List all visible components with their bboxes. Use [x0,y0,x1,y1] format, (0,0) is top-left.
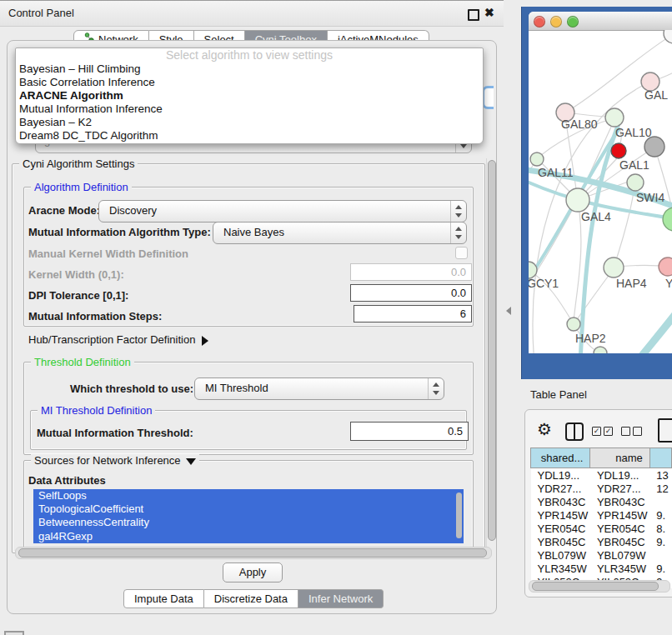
attribute-item-gal4rgexp[interactable]: gal4RGexp [33,530,464,543]
algorithm-option-bayesian-k2[interactable]: Bayesian – K2 [16,116,483,129]
deselect-all-checkbox-icon[interactable] [633,427,642,436]
table-cell[interactable]: 9. [649,535,671,548]
table-panel-title: Table Panel [530,388,587,401]
select-all-checkbox-icon[interactable]: ✓ [604,427,613,436]
focused-combobox-fragment[interactable] [482,86,494,109]
close-icon[interactable]: ✖ [484,6,494,19]
table-row[interactable]: YBR045CYBR045C9. [531,535,672,548]
network-node[interactable] [663,208,672,231]
network-window: GALGAL80GAL10GAL1GAL11GAL4SWI4GCY1HAP4YH… [529,12,672,353]
table-row[interactable]: YLR345WYLR345W9. [531,562,672,575]
sources-legend[interactable]: Sources for Network Inference [31,454,199,467]
algorithm-option-aracne-algorithm[interactable]: ARACNE Algorithm [16,89,483,102]
table-cell[interactable]: 13 [649,468,671,482]
node-label-y: Y [665,277,672,290]
mac-zoom-icon[interactable] [567,16,579,28]
mac-minimize-icon[interactable] [550,16,562,28]
table-cell[interactable] [649,548,671,562]
network-node[interactable] [611,143,626,158]
table-cell[interactable] [649,495,671,508]
algorithm-option-basic-correlation-inference[interactable]: Basic Correlation Inference [16,76,483,89]
table-cell[interactable]: 8. [649,522,671,535]
column-header-shared[interactable]: shared... [531,448,590,468]
tab-impute-data[interactable]: Impute Data [123,589,204,608]
table-cell[interactable]: YLR345W [590,562,649,575]
dpi-tolerance-field[interactable] [350,284,472,302]
table-cell[interactable]: YPR145W [531,508,590,522]
table-row[interactable]: YDL19...YDL19...13 [531,468,672,482]
dock-panel-icon[interactable] [4,631,24,635]
tab-infer-network[interactable]: Infer Network [298,589,384,608]
mi-steps-field[interactable] [354,305,472,322]
column-header-partial[interactable] [649,448,671,468]
table-cell[interactable]: YER054C [531,522,590,535]
algorithm-option-dream8-dc-tdc-algorithm[interactable]: Dream8 DC_TDC Algorithm [16,129,483,142]
settings-vertical-scrollbar[interactable] [486,158,496,552]
table-cell[interactable]: YPR145W [590,508,649,522]
table-horizontal-scrollbar[interactable] [529,580,670,592]
gear-icon[interactable]: ⚙ [537,419,552,439]
table-cell[interactable]: YBL079W [531,548,590,562]
deselect-all-checkbox-icon[interactable] [621,427,630,436]
float-window-icon[interactable] [468,9,479,21]
table-cell[interactable]: YBR045C [590,535,649,548]
split-columns-icon[interactable] [565,422,584,441]
scrollbar-thumb[interactable] [18,548,487,558]
hub-definition-expander[interactable]: Hub/Transcription Factor Definition [28,333,208,346]
table-cell[interactable]: YLR345W [531,562,590,575]
mi-type-combobox[interactable]: Naive Bayes [213,222,467,244]
table-cell[interactable]: YDL19... [590,468,649,482]
hub-definition-label: Hub/Transcription Factor Definition [28,333,195,346]
select-all-checkbox-icon[interactable]: ✓ [592,427,601,436]
table-cell[interactable]: 9. [649,508,671,522]
network-node[interactable] [644,137,664,157]
network-node[interactable] [605,108,624,127]
table-cell[interactable]: YBL079W [590,548,649,562]
table-cell[interactable]: 9. [649,562,671,575]
scrollbar-thumb[interactable] [532,582,659,591]
mac-close-icon[interactable] [534,16,545,28]
column-header-name[interactable]: name [590,448,649,468]
apply-button[interactable]: Apply [223,562,283,582]
table-cell[interactable]: YBR043C [590,495,649,508]
algorithm-option-bayesian-hill-climbing[interactable]: Bayesian – Hill Climbing [16,62,483,76]
attribute-item-betweennesscentrality[interactable]: BetweennessCentrality [33,516,464,529]
table-cell[interactable]: YER054C [590,522,649,535]
table-row[interactable]: YBR043CYBR043C [531,495,672,508]
list-scrollbar-thumb[interactable] [456,492,462,538]
network-node[interactable] [566,188,589,212]
settings-horizontal-scrollbar[interactable] [15,547,492,559]
network-node[interactable] [530,152,544,166]
attribute-item-topologicalcoefficient[interactable]: TopologicalCoefficient [33,502,464,516]
network-node[interactable] [627,174,644,191]
table-cell[interactable]: YBR045C [531,535,590,548]
network-window-titlebar[interactable] [529,12,672,31]
tab-discretize-data[interactable]: Discretize Data [204,589,298,608]
attribute-item-selfloops[interactable]: SelfLoops [33,489,464,502]
mi-threshold-field[interactable] [350,422,469,441]
network-node[interactable] [567,318,580,331]
table-cell[interactable]: YBR043C [531,495,590,508]
table-row[interactable]: YPR145WYPR145W9. [531,508,672,522]
network-view-frame: GALGAL80GAL10GAL1GAL11GAL4SWI4GCY1HAP4YH… [521,7,672,379]
table-cell[interactable]: YDR27... [531,482,590,495]
which-threshold-combobox[interactable]: MI Threshold [194,378,444,400]
algorithm-option-mutual-information-inference[interactable]: Mutual Information Inference [16,102,483,116]
table-row[interactable]: YER054CYER054C8. [531,522,672,535]
network-node[interactable] [604,258,624,278]
panel-splitter-handle[interactable] [506,307,511,315]
scrollbar-thumb[interactable] [488,160,496,541]
mi-type-value: Naive Bayes [223,222,284,242]
new-table-icon[interactable] [658,418,672,442]
table-row[interactable]: YBL079WYBL079W [531,548,672,562]
network-node[interactable] [664,30,672,43]
aracne-mode-combobox[interactable]: Discovery [98,200,467,222]
table-cell[interactable]: YDR27... [590,482,649,495]
network-node[interactable] [594,347,607,353]
table-cell[interactable]: YDL19... [531,468,590,482]
network-node[interactable] [659,258,672,276]
network-canvas[interactable]: GALGAL80GAL10GAL1GAL11GAL4SWI4GCY1HAP4YH… [529,30,672,353]
table-row[interactable]: YDR27...YDR27...12 [531,482,672,495]
table-cell[interactable]: 12 [649,482,671,495]
node-label-swi4: SWI4 [636,191,664,204]
